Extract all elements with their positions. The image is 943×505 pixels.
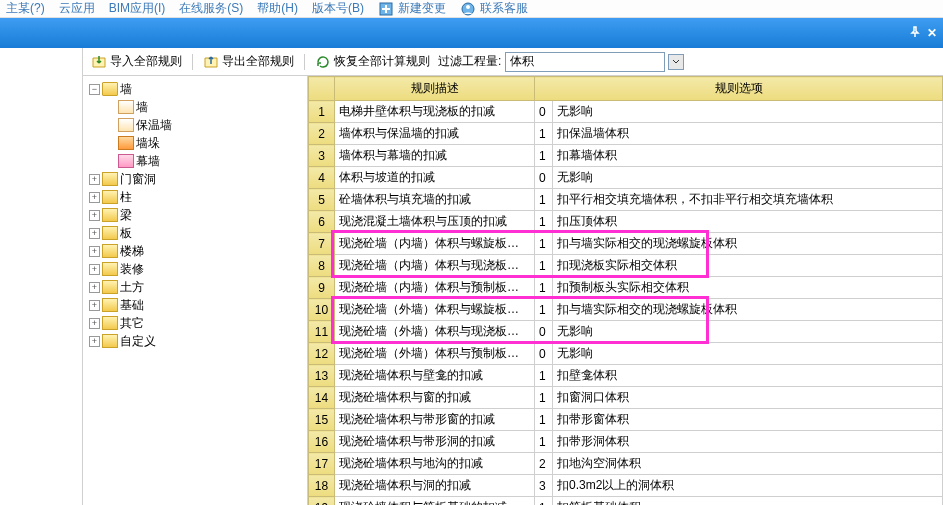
cell-opt[interactable]: 扣带形窗体积 bbox=[553, 409, 943, 431]
cell-desc[interactable]: 现浇砼墙体积与筏板基础的扣减 bbox=[335, 497, 535, 506]
cell-desc[interactable]: 现浇砼墙体积与窗的扣减 bbox=[335, 387, 535, 409]
cell-flag[interactable]: 0 bbox=[535, 167, 553, 189]
cell-desc[interactable]: 现浇砼墙（外墙）体积与现浇板的扣减 bbox=[335, 321, 535, 343]
cell-flag[interactable]: 1 bbox=[535, 189, 553, 211]
menu-item[interactable]: 在线服务(S) bbox=[179, 0, 243, 17]
filter-dropdown-button[interactable] bbox=[668, 54, 684, 70]
cell-flag[interactable]: 1 bbox=[535, 233, 553, 255]
table-row[interactable]: 16现浇砼墙体积与带形洞的扣减1扣带形洞体积 bbox=[309, 431, 943, 453]
tree-node[interactable]: 装修 bbox=[120, 260, 144, 278]
menu-item[interactable]: 主某(?) bbox=[6, 0, 45, 17]
cell-flag[interactable]: 1 bbox=[535, 497, 553, 506]
table-row[interactable]: 12现浇砼墙（外墙）体积与预制板的扣减0无影响 bbox=[309, 343, 943, 365]
close-icon[interactable]: ✕ bbox=[927, 26, 937, 40]
table-row[interactable]: 4体积与坡道的扣减0无影响 bbox=[309, 167, 943, 189]
cell-flag[interactable]: 2 bbox=[535, 453, 553, 475]
table-row[interactable]: 11现浇砼墙（外墙）体积与现浇板的扣减0无影响 bbox=[309, 321, 943, 343]
expand-icon[interactable]: + bbox=[89, 246, 100, 257]
export-rules-button[interactable]: 导出全部规则 bbox=[199, 51, 298, 72]
tree-node[interactable]: 板 bbox=[120, 224, 132, 242]
table-row[interactable]: 5砼墙体积与填充墙的扣减1扣平行相交填充墙体积，不扣非平行相交填充墙体积 bbox=[309, 189, 943, 211]
tree-leaf[interactable]: 墙垛 bbox=[136, 134, 160, 152]
tree-node[interactable]: 土方 bbox=[120, 278, 144, 296]
cell-desc[interactable]: 电梯井壁体积与现浇板的扣减 bbox=[335, 101, 535, 123]
expand-icon[interactable]: + bbox=[89, 336, 100, 347]
cell-desc[interactable]: 现浇砼墙（内墙）体积与现浇板的扣减 bbox=[335, 255, 535, 277]
tree-node[interactable]: 自定义 bbox=[120, 332, 156, 350]
cell-desc[interactable]: 现浇砼墙体积与壁龛的扣减 bbox=[335, 365, 535, 387]
col-header-num[interactable] bbox=[309, 77, 335, 101]
cell-flag[interactable]: 3 bbox=[535, 475, 553, 497]
cell-desc[interactable]: 现浇砼墙体积与洞的扣减 bbox=[335, 475, 535, 497]
cell-flag[interactable]: 1 bbox=[535, 409, 553, 431]
cell-opt[interactable]: 扣筏板基础体积 bbox=[553, 497, 943, 506]
cell-desc[interactable]: 现浇砼墙体积与带形窗的扣减 bbox=[335, 409, 535, 431]
cell-opt[interactable]: 扣现浇板实际相交体积 bbox=[553, 255, 943, 277]
cell-opt[interactable]: 扣压顶体积 bbox=[553, 211, 943, 233]
cell-flag[interactable]: 1 bbox=[535, 387, 553, 409]
cell-desc[interactable]: 现浇砼墙（内墙）体积与螺旋板的扣减 bbox=[335, 233, 535, 255]
table-row[interactable]: 10现浇砼墙（外墙）体积与螺旋板的扣减1扣与墙实际相交的现浇螺旋板体积 bbox=[309, 299, 943, 321]
expand-icon[interactable]: + bbox=[89, 192, 100, 203]
expand-icon[interactable]: + bbox=[89, 264, 100, 275]
cell-desc[interactable]: 砼墙体积与填充墙的扣减 bbox=[335, 189, 535, 211]
table-row[interactable]: 18现浇砼墙体积与洞的扣减3扣0.3m2以上的洞体积 bbox=[309, 475, 943, 497]
expand-icon[interactable]: + bbox=[89, 174, 100, 185]
table-row[interactable]: 15现浇砼墙体积与带形窗的扣减1扣带形窗体积 bbox=[309, 409, 943, 431]
cell-desc[interactable]: 墙体积与幕墙的扣减 bbox=[335, 145, 535, 167]
cell-opt[interactable]: 无影响 bbox=[553, 343, 943, 365]
filter-select[interactable]: 体积 bbox=[505, 52, 665, 72]
tree-leaf[interactable]: 保温墙 bbox=[136, 116, 172, 134]
table-row[interactable]: 19现浇砼墙体积与筏板基础的扣减1扣筏板基础体积 bbox=[309, 497, 943, 506]
cell-desc[interactable]: 现浇混凝土墙体积与压顶的扣减 bbox=[335, 211, 535, 233]
cell-flag[interactable]: 1 bbox=[535, 255, 553, 277]
table-row[interactable]: 8现浇砼墙（内墙）体积与现浇板的扣减1扣现浇板实际相交体积 bbox=[309, 255, 943, 277]
cell-opt[interactable]: 扣0.3m2以上的洞体积 bbox=[553, 475, 943, 497]
cell-flag[interactable]: 1 bbox=[535, 365, 553, 387]
cell-opt[interactable]: 无影响 bbox=[553, 167, 943, 189]
cell-opt[interactable]: 扣预制板头实际相交体积 bbox=[553, 277, 943, 299]
tree-node[interactable]: 梁 bbox=[120, 206, 132, 224]
table-row[interactable]: 2墙体积与保温墙的扣减1扣保温墙体积 bbox=[309, 123, 943, 145]
cell-flag[interactable]: 0 bbox=[535, 321, 553, 343]
collapse-icon[interactable]: − bbox=[89, 84, 100, 95]
table-row[interactable]: 13现浇砼墙体积与壁龛的扣减1扣壁龛体积 bbox=[309, 365, 943, 387]
cell-opt[interactable]: 无影响 bbox=[553, 321, 943, 343]
tree-node[interactable]: 基础 bbox=[120, 296, 144, 314]
table-row[interactable]: 14现浇砼墙体积与窗的扣减1扣窗洞口体积 bbox=[309, 387, 943, 409]
expand-icon[interactable]: + bbox=[89, 210, 100, 221]
menu-right-item[interactable]: 新建变更 bbox=[398, 0, 446, 17]
rules-grid[interactable]: 规则描述 规则选项 1电梯井壁体积与现浇板的扣减0无影响2墙体积与保温墙的扣减1… bbox=[308, 76, 943, 505]
expand-icon[interactable]: + bbox=[89, 318, 100, 329]
table-row[interactable]: 9现浇砼墙（内墙）体积与预制板的扣减1扣预制板头实际相交体积 bbox=[309, 277, 943, 299]
cell-desc[interactable]: 现浇砼墙（内墙）体积与预制板的扣减 bbox=[335, 277, 535, 299]
table-row[interactable]: 1电梯井壁体积与现浇板的扣减0无影响 bbox=[309, 101, 943, 123]
col-header-desc[interactable]: 规则描述 bbox=[335, 77, 535, 101]
cell-desc[interactable]: 体积与坡道的扣减 bbox=[335, 167, 535, 189]
cell-opt[interactable]: 扣平行相交填充墙体积，不扣非平行相交填充墙体积 bbox=[553, 189, 943, 211]
cell-flag[interactable]: 1 bbox=[535, 145, 553, 167]
col-header-opt[interactable]: 规则选项 bbox=[535, 77, 943, 101]
cell-flag[interactable]: 1 bbox=[535, 431, 553, 453]
expand-icon[interactable]: + bbox=[89, 228, 100, 239]
cell-desc[interactable]: 现浇砼墙体积与地沟的扣减 bbox=[335, 453, 535, 475]
cell-desc[interactable]: 墙体积与保温墙的扣减 bbox=[335, 123, 535, 145]
menu-item[interactable]: 云应用 bbox=[59, 0, 95, 17]
cell-opt[interactable]: 无影响 bbox=[553, 101, 943, 123]
table-row[interactable]: 17现浇砼墙体积与地沟的扣减2扣地沟空洞体积 bbox=[309, 453, 943, 475]
cell-opt[interactable]: 扣带形洞体积 bbox=[553, 431, 943, 453]
table-row[interactable]: 7现浇砼墙（内墙）体积与螺旋板的扣减1扣与墙实际相交的现浇螺旋板体积 bbox=[309, 233, 943, 255]
menu-item[interactable]: 版本号(B) bbox=[312, 0, 364, 17]
menu-item[interactable]: 帮助(H) bbox=[257, 0, 298, 17]
cell-opt[interactable]: 扣窗洞口体积 bbox=[553, 387, 943, 409]
cell-flag[interactable]: 1 bbox=[535, 211, 553, 233]
cell-flag[interactable]: 0 bbox=[535, 101, 553, 123]
cell-flag[interactable]: 1 bbox=[535, 123, 553, 145]
menu-item[interactable]: BIM应用(I) bbox=[109, 0, 166, 17]
cell-opt[interactable]: 扣壁龛体积 bbox=[553, 365, 943, 387]
cell-desc[interactable]: 现浇砼墙（外墙）体积与预制板的扣减 bbox=[335, 343, 535, 365]
cell-desc[interactable]: 现浇砼墙体积与带形洞的扣减 bbox=[335, 431, 535, 453]
tree-root-label[interactable]: 墙 bbox=[120, 80, 132, 98]
table-row[interactable]: 6现浇混凝土墙体积与压顶的扣减1扣压顶体积 bbox=[309, 211, 943, 233]
cell-opt[interactable]: 扣保温墙体积 bbox=[553, 123, 943, 145]
